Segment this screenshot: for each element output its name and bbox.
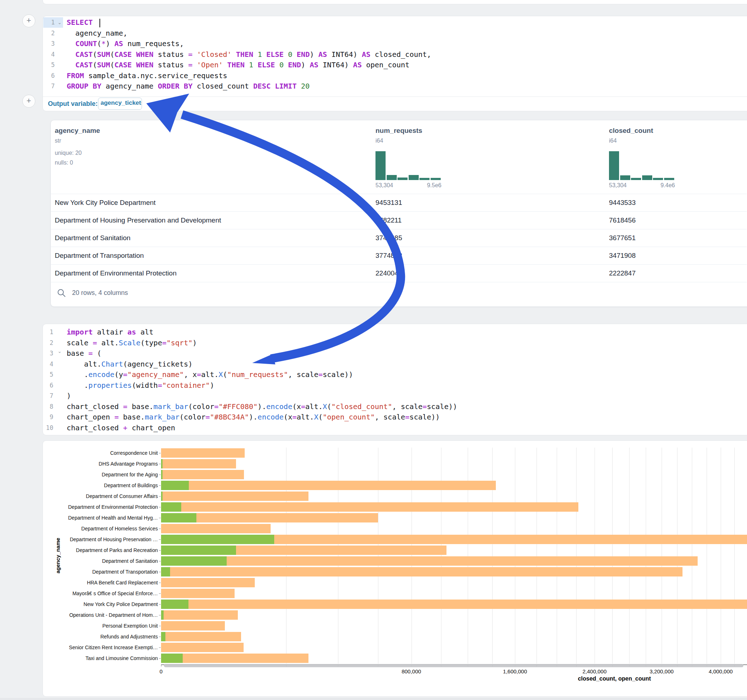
histogram-bar: [431, 178, 441, 180]
code-token: (: [92, 60, 97, 69]
table-cell[interactable]: 2240041: [375, 269, 402, 277]
column-header[interactable]: num_requests: [375, 127, 422, 135]
closed-count-bar: [161, 481, 496, 490]
code-line: agency_name,: [67, 28, 127, 39]
closed-count-bar: [161, 524, 271, 533]
next-cell-edge: [0, 698, 747, 700]
open-count-bar: [161, 513, 197, 522]
code-token: ELSE: [258, 60, 275, 69]
line-number: 3: [39, 350, 53, 357]
table-cell[interactable]: 3749485: [375, 234, 402, 242]
row-divider: [51, 229, 747, 229]
histogram-bar: [631, 178, 641, 180]
y-axis-tick: [159, 582, 161, 583]
line-number: 6: [40, 72, 55, 79]
gridline: [576, 448, 576, 664]
open-count-bar: [161, 632, 165, 641]
x-axis-title: closed_count, open_count: [542, 676, 687, 682]
histogram-min-label: 53,304: [609, 182, 627, 189]
collapse-chevron-icon[interactable]: ⌄: [57, 20, 62, 25]
cell-divider: [43, 97, 747, 97]
text-cursor: [100, 19, 100, 27]
table-cell[interactable]: 3677651: [609, 234, 636, 242]
open-count-bar: [161, 610, 163, 620]
table-cell[interactable]: 9453131: [375, 199, 402, 207]
table-cell[interactable]: Department of Housing Preservation and D…: [55, 216, 221, 224]
table-cell[interactable]: Department of Transportation: [55, 252, 144, 259]
code-token: SUM: [97, 50, 110, 59]
gridline: [378, 448, 378, 664]
y-axis-label: Department of Transportation: [50, 569, 158, 575]
code-token: +: [123, 424, 127, 432]
open-count-bar: [161, 459, 163, 468]
code-token: "#FFC080": [218, 402, 257, 411]
code-token: [275, 60, 279, 69]
table-cell[interactable]: Department of Environmental Protection: [55, 269, 177, 277]
column-histogram: [609, 151, 675, 180]
code-token: AS: [353, 60, 362, 69]
open-count-bar: [161, 546, 236, 555]
open-count-bar: [161, 653, 183, 663]
code-token: [296, 82, 301, 91]
column-header[interactable]: agency_name: [55, 127, 100, 135]
closed-count-bar: [161, 448, 245, 458]
horizontal-scrollbar[interactable]: [164, 664, 743, 667]
code-token: import: [67, 328, 92, 336]
output-variable-input[interactable]: agency_tickets: [98, 98, 142, 110]
y-axis-label: Taxi and Limousine Commission: [50, 655, 158, 661]
code-token: INT64): [319, 60, 353, 69]
y-axis-tick: [159, 464, 161, 464]
histogram-bar: [642, 175, 652, 180]
y-axis-label: Department of Environmental Protection: [50, 504, 158, 510]
table-cell[interactable]: 7782211: [375, 216, 402, 224]
code-token: [67, 60, 75, 69]
histogram-max-label: 9.4e6: [646, 182, 675, 189]
table-cell[interactable]: 3774892: [375, 252, 402, 259]
code-token: (: [97, 39, 101, 48]
add-cell-button-middle[interactable]: +: [22, 95, 35, 108]
code-line: COUNT(*) AS num_requests,: [67, 39, 184, 49]
code-token: [192, 60, 197, 69]
code-line: GROUP BY agency_name ORDER BY closed_cou…: [67, 81, 310, 92]
collapse-chevron-icon[interactable]: ⌄: [57, 348, 62, 354]
histogram-min-label: 53,304: [375, 182, 393, 189]
code-token: 1: [258, 50, 262, 59]
code-token: sample_data.nyc.service_requests: [84, 71, 227, 80]
code-token: [284, 50, 288, 59]
x-axis-tick-label: 800,000: [390, 668, 433, 674]
code-token: status: [154, 50, 188, 59]
code-token: properties: [88, 381, 132, 389]
code-token: END: [296, 50, 310, 59]
code-token: [192, 50, 197, 59]
histogram-bar: [419, 178, 429, 180]
gridline: [692, 448, 692, 664]
code-token: base: [67, 349, 88, 358]
code-token: .: [67, 370, 88, 379]
column-header[interactable]: closed_count: [609, 127, 653, 135]
code-token: (color: [180, 413, 206, 421]
table-cell[interactable]: Department of Sanitation: [55, 234, 130, 242]
open-count-bar: [161, 492, 163, 501]
table-cell[interactable]: 3471908: [609, 252, 636, 259]
table-cell[interactable]: 2222847: [609, 269, 636, 277]
gridline: [557, 448, 557, 664]
code-token: , scale: [392, 402, 422, 411]
table-cell[interactable]: 9443533: [609, 199, 636, 207]
code-token: [132, 50, 136, 59]
table-cell[interactable]: 7618456: [609, 216, 636, 224]
add-cell-button-top[interactable]: +: [22, 14, 35, 27]
line-number: 6: [39, 382, 53, 389]
code-token: SUM: [97, 60, 110, 69]
search-icon[interactable]: [57, 288, 66, 298]
code-token: ).: [258, 402, 266, 411]
closed-count-bar: [161, 578, 255, 587]
gridline: [515, 448, 515, 664]
code-token: Scale: [119, 338, 141, 347]
code-token: agency_name,: [67, 29, 127, 38]
code-token: =: [206, 413, 210, 421]
code-token: mark_bar: [145, 413, 180, 421]
code-token: [232, 50, 236, 59]
code-token: =: [114, 413, 119, 421]
code-line: chart_open = base.mark_bar(color="#8BC34…: [67, 412, 440, 422]
table-cell[interactable]: New York City Police Department: [55, 199, 156, 207]
